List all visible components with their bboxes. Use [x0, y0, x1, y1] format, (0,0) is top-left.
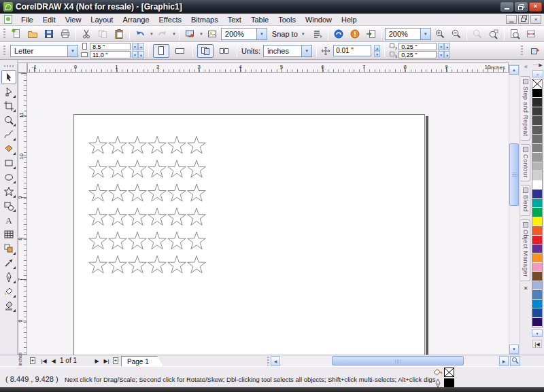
document-icon[interactable] — [4, 15, 12, 24]
docker-collapse-button[interactable]: « — [522, 63, 530, 72]
options-button[interactable] — [310, 26, 325, 41]
welcome-screen-button[interactable] — [331, 26, 346, 41]
new-button[interactable] — [9, 26, 24, 41]
star-shape[interactable] — [168, 256, 186, 273]
menu-text[interactable]: Text — [223, 14, 246, 25]
star-shape[interactable] — [148, 232, 167, 249]
print-button[interactable] — [58, 26, 73, 41]
cut-button[interactable] — [79, 26, 94, 41]
star-shape[interactable] — [148, 137, 167, 154]
docker-close-button[interactable]: ✕ — [521, 285, 530, 293]
menu-view[interactable]: View — [61, 14, 86, 25]
star-shape[interactable] — [188, 208, 206, 225]
outline-color-indicator[interactable] — [444, 378, 454, 388]
application-launcher-button[interactable] — [182, 26, 197, 41]
color-swatch[interactable] — [532, 245, 542, 253]
star-shape[interactable] — [109, 160, 127, 177]
redo-button[interactable] — [155, 26, 170, 41]
add-page-start-button[interactable] — [29, 357, 37, 366]
color-swatch[interactable] — [532, 263, 542, 272]
chevron-down-icon[interactable]: ▼ — [256, 29, 267, 39]
star-shape[interactable] — [109, 232, 127, 249]
undo-dropdown-arrow[interactable]: ▼ — [150, 32, 154, 36]
color-swatch[interactable] — [532, 126, 542, 135]
launcher-dropdown-arrow[interactable]: ▼ — [199, 32, 203, 36]
duplicate-y-down[interactable]: ▼ — [438, 51, 444, 58]
color-swatch[interactable] — [532, 290, 542, 299]
color-swatch[interactable] — [532, 171, 542, 180]
color-swatch[interactable] — [532, 181, 542, 190]
zoom-out-button[interactable] — [449, 26, 464, 41]
vertical-scroll-thumb[interactable] — [509, 143, 519, 206]
star-shape[interactable] — [89, 184, 107, 201]
scrollbar-splitter[interactable] — [267, 357, 269, 366]
color-swatch[interactable] — [532, 318, 542, 327]
outline-tool[interactable] — [1, 270, 16, 284]
duplicate-y-field[interactable]: 0.25 " — [398, 51, 437, 58]
table-tool[interactable] — [1, 227, 16, 241]
color-swatch[interactable] — [532, 89, 542, 98]
star-shape[interactable] — [188, 137, 206, 154]
star-shape[interactable] — [129, 208, 147, 225]
paper-width-field[interactable]: 8.5 " — [90, 43, 131, 50]
property-bar-grip-right[interactable] — [521, 46, 523, 56]
color-swatch[interactable] — [532, 116, 542, 125]
star-shape[interactable] — [109, 137, 127, 154]
nudge-offset-field[interactable]: 0.01 " — [333, 45, 371, 56]
docker-tab-blend[interactable]: Blend — [521, 185, 530, 216]
first-page-button[interactable]: |◀ — [39, 357, 48, 366]
add-page-end-button[interactable] — [112, 357, 120, 366]
portrait-button[interactable] — [153, 44, 169, 58]
whats-new-button[interactable] — [347, 26, 362, 41]
units-combo[interactable]: inches ▼ — [263, 45, 312, 57]
horizontal-ruler[interactable]: -1012345678910 inches — [27, 63, 509, 73]
star-shape[interactable] — [129, 232, 147, 249]
star-shape[interactable] — [109, 256, 127, 273]
basic-shapes-tool[interactable] — [1, 198, 16, 213]
nudge-up[interactable]: ▲ — [374, 45, 380, 51]
menu-help[interactable]: Help — [337, 14, 362, 25]
previous-page-button[interactable]: ◀ — [49, 357, 58, 366]
mdi-restore-button[interactable] — [518, 15, 529, 24]
chevron-down-icon[interactable]: ▼ — [67, 46, 78, 56]
color-swatch[interactable] — [532, 144, 542, 153]
color-swatch[interactable] — [532, 162, 542, 171]
color-swatch[interactable] — [532, 217, 542, 226]
close-button[interactable]: × — [529, 2, 542, 12]
chevron-down-icon[interactable]: ▼ — [420, 29, 430, 39]
vertical-scrollbar[interactable]: ▲ ▼ — [509, 65, 520, 355]
ellipse-tool[interactable] — [1, 170, 16, 184]
star-shape[interactable] — [188, 256, 206, 273]
pick-tool[interactable] — [1, 70, 16, 84]
docker-tab-contour[interactable]: Contour — [521, 144, 530, 182]
color-swatch[interactable] — [532, 199, 542, 208]
chevron-down-icon[interactable]: ▼ — [301, 46, 311, 56]
color-swatch[interactable] — [532, 208, 542, 217]
color-swatch[interactable] — [532, 226, 542, 235]
navigator-button[interactable] — [510, 356, 520, 366]
zoom-selected-button[interactable] — [470, 26, 485, 41]
palette-flyout-button[interactable]: ⋯ ▶ — [532, 61, 543, 69]
star-shape[interactable] — [188, 184, 206, 201]
star-shape[interactable] — [168, 184, 186, 201]
menu-effects[interactable]: Effects — [154, 14, 186, 25]
color-swatch-none[interactable] — [532, 79, 542, 89]
color-swatch[interactable] — [532, 135, 542, 143]
duplicate-x-down[interactable]: ▼ — [438, 43, 444, 50]
star-shape[interactable] — [148, 208, 167, 225]
color-swatch[interactable] — [532, 253, 542, 262]
toolbar-grip[interactable] — [3, 29, 5, 39]
paper-height-down[interactable]: ▼ — [132, 51, 138, 58]
vertical-ruler[interactable]: 11109876 — [18, 73, 27, 355]
scroll-up-button[interactable]: ▲ — [509, 65, 519, 75]
scroll-right-button[interactable]: ▶ — [499, 356, 509, 366]
paper-height-field[interactable]: 11.0 " — [90, 51, 131, 58]
page-tab[interactable]: Page 1 — [121, 356, 163, 367]
zoom-page-button[interactable] — [507, 26, 522, 41]
drawing-canvas[interactable] — [27, 73, 509, 355]
import-button[interactable] — [364, 26, 379, 41]
open-button[interactable] — [25, 26, 40, 41]
star-shape[interactable] — [129, 160, 147, 177]
color-swatch[interactable] — [532, 98, 542, 107]
menu-edit[interactable]: Edit — [38, 14, 61, 25]
